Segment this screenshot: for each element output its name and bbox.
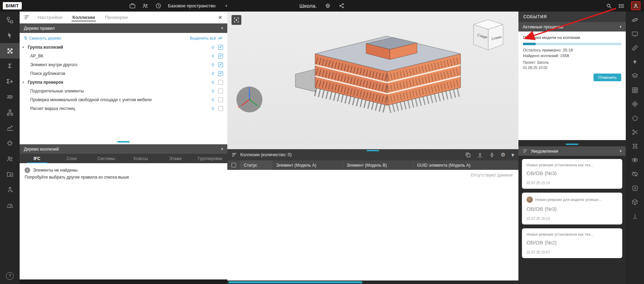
- chevron-down-icon[interactable]: ▾: [22, 81, 28, 84]
- settings-gear-icon[interactable]: ⚙: [325, 2, 330, 9]
- area-polygon-icon[interactable]: [626, 111, 644, 125]
- tab-groupings[interactable]: Группировки: [193, 154, 227, 163]
- eye-off-icon[interactable]: [626, 167, 644, 181]
- filter-icon[interactable]: [232, 152, 237, 158]
- rule-tree-item[interactable]: Элемент внутри другого 0 ✓: [20, 60, 227, 69]
- chart-icon[interactable]: [0, 120, 20, 136]
- team-icon[interactable]: [142, 2, 149, 9]
- help-icon[interactable]: ?: [6, 272, 14, 280]
- horizontal-scrollbar[interactable]: [227, 280, 518, 284]
- 2d-view-icon[interactable]: 2D: [0, 89, 20, 105]
- sum-add-icon[interactable]: Σ+: [0, 74, 20, 89]
- focus-target-icon[interactable]: [626, 97, 644, 111]
- workspace-selector[interactable]: Базовое пространство ▾: [168, 3, 227, 8]
- rule-checkbox[interactable]: [218, 80, 223, 85]
- section-cut-icon[interactable]: [626, 125, 644, 139]
- shared-folder-icon[interactable]: [0, 166, 20, 182]
- tab-systems[interactable]: Системы: [89, 154, 123, 163]
- rule-tree-item[interactable]: Поиск дубликатов 0 ✓: [20, 69, 227, 78]
- column-status[interactable]: Статус: [240, 160, 272, 170]
- collision-tree-header[interactable]: Дерево коллизий ▾: [20, 144, 227, 154]
- share-icon[interactable]: [339, 3, 345, 9]
- screen-capture-icon[interactable]: [626, 27, 644, 41]
- copy-overlay-icon[interactable]: [465, 152, 471, 158]
- rule-checkbox[interactable]: ✓: [218, 45, 223, 50]
- table-settings-gear-icon[interactable]: ⚙: [501, 152, 505, 158]
- select-all-link[interactable]: Выделить всё ✓✓: [190, 36, 223, 41]
- collapse-tree-link[interactable]: ⇅ Свернуть дерево: [24, 36, 61, 41]
- rule-tree-item[interactable]: АР_ВК 0 ✓: [20, 51, 227, 60]
- orbit-icon[interactable]: [626, 13, 644, 27]
- select-cursor-icon[interactable]: [0, 28, 20, 43]
- cancel-button[interactable]: Отменить: [593, 74, 621, 81]
- chevron-down-icon[interactable]: ▾: [511, 152, 514, 158]
- tab-classes[interactable]: Классы: [123, 154, 158, 163]
- rule-checkbox[interactable]: ✓: [218, 62, 223, 67]
- column-element-b[interactable]: Элемент (Модель B): [343, 160, 413, 170]
- filter-icon[interactable]: [24, 14, 30, 20]
- plugins-icon[interactable]: [0, 136, 20, 151]
- notification-card[interactable]: Новая ревизия установлена как тек… ОВ/ОВ…: [522, 228, 622, 258]
- coordinate-axes-icon[interactable]: [626, 209, 644, 223]
- notification-card[interactable]: Новая ревизия установлена как тек… ОВ/ОВ…: [522, 159, 622, 189]
- align-center-icon[interactable]: [489, 152, 495, 158]
- rule-checkbox[interactable]: ✓: [218, 71, 223, 76]
- column-guid-a[interactable]: GUID элемента (Модель A): [413, 160, 518, 170]
- focus-model-icon[interactable]: [232, 15, 241, 25]
- rule-tree-item[interactable]: Расчет марша лестниц 0: [20, 104, 227, 113]
- rule-checkbox[interactable]: [218, 97, 223, 102]
- rule-tree-group[interactable]: ▾ Группа проверок 0: [20, 78, 227, 86]
- user-account-icon[interactable]: [631, 1, 640, 10]
- rule-checkbox[interactable]: [218, 106, 223, 111]
- scrollbar-thumb[interactable]: [228, 281, 362, 283]
- rule-tree-item[interactable]: Проверка минимальной свободной площади с…: [20, 95, 227, 104]
- tab-floors[interactable]: Этажи: [158, 154, 193, 163]
- workspace-icon[interactable]: [129, 2, 136, 9]
- panel-resize-handle[interactable]: [566, 144, 578, 145]
- sitemap-icon[interactable]: [0, 105, 20, 120]
- notification-text: Новая ревизия установлена как тек…: [526, 232, 594, 236]
- cube-view-icon[interactable]: [626, 195, 644, 209]
- grid-table-icon[interactable]: [626, 83, 644, 97]
- ruler-icon[interactable]: [626, 41, 644, 55]
- close-icon[interactable]: ✕: [218, 14, 222, 21]
- rule-checkbox[interactable]: [218, 89, 223, 93]
- panel-resize-handle[interactable]: [367, 150, 379, 151]
- notifications-header[interactable]: Уведомления ▾: [518, 146, 626, 156]
- rule-checkbox[interactable]: ✓: [218, 54, 223, 58]
- layers-icon[interactable]: [626, 69, 644, 83]
- task-list-icon[interactable]: [618, 3, 625, 9]
- panel-resize-handle[interactable]: [117, 141, 130, 143]
- navigation-cube[interactable]: Сзади Слева: [472, 19, 504, 54]
- active-processes-header[interactable]: Активные процессы ▾: [518, 22, 626, 32]
- model-structure-icon[interactable]: [0, 12, 20, 28]
- chevron-down-icon[interactable]: ▾: [22, 46, 28, 49]
- history-icon[interactable]: [155, 2, 162, 9]
- users-icon[interactable]: [0, 151, 20, 166]
- sum-icon[interactable]: Σ: [0, 58, 20, 74]
- collision-check-icon[interactable]: [0, 43, 20, 58]
- filter-icon[interactable]: [523, 148, 528, 154]
- building-model[interactable]: [264, 20, 482, 137]
- axis-gizmo[interactable]: Z X Y: [236, 86, 263, 115]
- notification-card[interactable]: Новая ревизия для модели успешн… ОВ/ОВ (…: [522, 193, 622, 224]
- dashboard-gauge-icon[interactable]: [0, 197, 20, 213]
- tab-settings[interactable]: Настройки: [33, 12, 67, 23]
- import-to-line-icon[interactable]: [477, 152, 483, 158]
- flash-icon[interactable]: [626, 55, 644, 69]
- rule-tree-group[interactable]: ▾ Группа коллизий 0 ✓: [20, 43, 227, 51]
- tab-ifc[interactable]: IFC: [20, 154, 54, 163]
- eye-icon[interactable]: [626, 153, 644, 167]
- user-location-icon[interactable]: [0, 182, 20, 197]
- tab-collisions[interactable]: Коллизии: [67, 12, 100, 23]
- tab-layers[interactable]: Слои: [54, 154, 89, 163]
- hide-box-icon[interactable]: [626, 181, 644, 195]
- rules-tree-header[interactable]: Дерево правил ▾: [20, 23, 227, 33]
- rule-tree-item[interactable]: Подозрительные элементы 0: [20, 86, 227, 95]
- column-element-a[interactable]: Элемент (Модель A): [272, 160, 343, 170]
- viewport-3d[interactable]: Сзади Слева Z X Y: [227, 12, 518, 149]
- tab-checks[interactable]: Проверки: [100, 12, 133, 23]
- search-icon[interactable]: [606, 3, 612, 9]
- dimension-icon[interactable]: [626, 139, 644, 153]
- select-all-checkbox[interactable]: [227, 160, 240, 170]
